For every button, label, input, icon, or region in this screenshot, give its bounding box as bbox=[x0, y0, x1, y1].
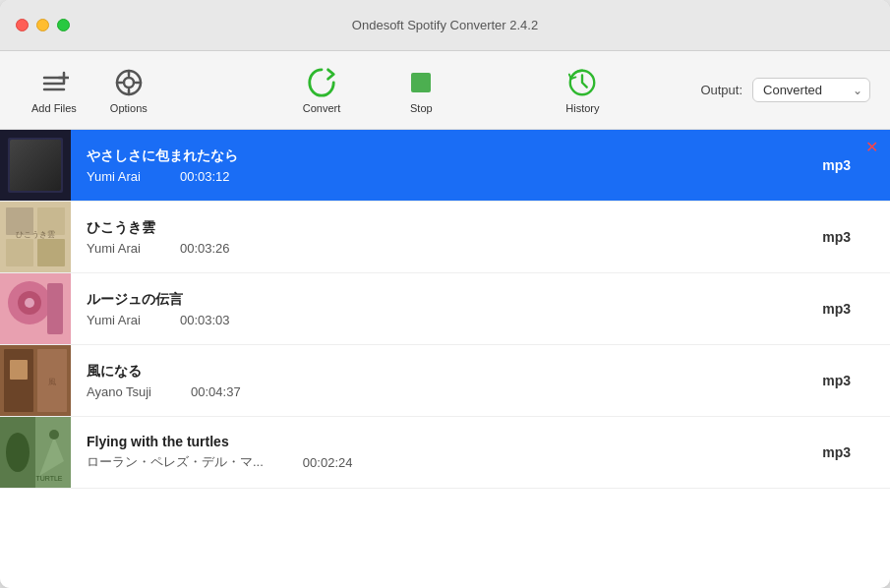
track-artist: ローラン・ペレズ・デル・マ... bbox=[87, 453, 264, 471]
track-format: mp3 bbox=[822, 373, 890, 388]
track-artist: Yumi Arai bbox=[87, 313, 141, 327]
track-duration: 00:03:03 bbox=[180, 313, 230, 327]
track-format: mp3 bbox=[822, 157, 890, 173]
track-format: mp3 bbox=[822, 444, 890, 460]
svg-point-37 bbox=[6, 433, 30, 472]
track-thumbnail: TURTLE bbox=[0, 417, 71, 488]
convert-button[interactable]: Convert bbox=[291, 61, 353, 120]
output-area: Output: Converted Downloads Desktop Cust… bbox=[700, 78, 870, 102]
track-duration: 00:02:24 bbox=[303, 455, 353, 470]
track-item[interactable]: TURTLE Flying with the turtles ローラン・ペレズ・… bbox=[0, 417, 890, 489]
svg-text:YUMI ARAI: YUMI ARAI bbox=[20, 152, 51, 158]
convert-label: Convert bbox=[303, 102, 341, 114]
track-duration: 00:03:12 bbox=[180, 169, 230, 184]
track-thumbnail: ひこうき雲 bbox=[0, 202, 71, 272]
track-info: Flying with the turtles ローラン・ペレズ・デル・マ...… bbox=[71, 426, 822, 479]
track-meta: Yumi Arai 00:03:26 bbox=[87, 241, 806, 256]
track-thumbnail: HIROMI YUMI ARAI bbox=[0, 130, 71, 201]
svg-rect-13 bbox=[0, 130, 71, 201]
track-thumbnail: 風 bbox=[0, 345, 71, 416]
track-duration: 00:04:37 bbox=[191, 384, 241, 399]
track-duration: 00:03:26 bbox=[180, 241, 230, 256]
track-remove-button[interactable]: ✕ bbox=[862, 138, 880, 155]
track-title: ひこうき雲 bbox=[87, 219, 806, 237]
svg-rect-29 bbox=[47, 283, 63, 334]
track-item[interactable]: ルージュの伝言 Yumi Arai 00:03:03 mp3 bbox=[0, 273, 890, 345]
svg-rect-31 bbox=[4, 349, 33, 412]
history-label: History bbox=[565, 102, 599, 114]
track-info: やさしさに包まれたなら Yumi Arai 00:03:12 bbox=[71, 140, 822, 192]
track-info: 風になる Ayano Tsuji 00:04:37 bbox=[71, 355, 822, 407]
convert-icon bbox=[306, 67, 337, 98]
add-files-button[interactable]: Add Files bbox=[20, 61, 89, 120]
add-files-icon bbox=[38, 67, 70, 98]
output-select[interactable]: Converted Downloads Desktop Custom... bbox=[752, 78, 870, 102]
track-format: mp3 bbox=[822, 301, 890, 317]
track-meta: ローラン・ペレズ・デル・マ... 00:02:24 bbox=[87, 453, 806, 471]
output-select-wrapper: Converted Downloads Desktop Custom... bbox=[752, 78, 870, 102]
track-meta: Ayano Tsuji 00:04:37 bbox=[87, 384, 806, 399]
close-button[interactable] bbox=[16, 19, 29, 31]
svg-text:TURTLE: TURTLE bbox=[35, 475, 62, 482]
stop-button[interactable]: Stop bbox=[391, 61, 450, 120]
track-title: Flying with the turtles bbox=[87, 434, 806, 449]
track-meta: Yumi Arai 00:03:12 bbox=[87, 169, 806, 184]
svg-rect-33 bbox=[10, 360, 28, 380]
svg-point-28 bbox=[25, 298, 34, 308]
options-icon bbox=[113, 67, 145, 98]
track-info: ルージュの伝言 Yumi Arai 00:03:03 bbox=[71, 283, 822, 335]
app-window: Ondesoft Spotify Converter 2.4.2 Add Fil… bbox=[0, 0, 890, 588]
track-title: やさしさに包まれたなら bbox=[87, 147, 806, 165]
svg-point-6 bbox=[124, 78, 134, 88]
toolbar: Add Files Options bbox=[0, 51, 890, 130]
options-label: Options bbox=[110, 102, 148, 114]
stop-icon bbox=[405, 67, 437, 98]
svg-point-15 bbox=[18, 147, 53, 183]
track-item[interactable]: ひこうき雲 ひこうき雲 Yumi Arai 00:03:26 mp3 bbox=[0, 202, 890, 273]
svg-rect-22 bbox=[6, 239, 33, 266]
history-button[interactable]: History bbox=[553, 61, 612, 120]
svg-rect-14 bbox=[8, 138, 63, 193]
svg-rect-11 bbox=[411, 73, 431, 92]
add-files-label: Add Files bbox=[31, 102, 77, 114]
svg-text:風: 風 bbox=[48, 378, 56, 386]
output-label: Output: bbox=[700, 83, 742, 97]
track-artist: Ayano Tsuji bbox=[87, 384, 151, 399]
maximize-button[interactable] bbox=[57, 19, 70, 31]
svg-point-16 bbox=[28, 157, 43, 173]
svg-text:HIROMI: HIROMI bbox=[23, 144, 48, 151]
minimize-button[interactable] bbox=[36, 19, 49, 31]
traffic-lights bbox=[16, 19, 70, 31]
track-artist: Yumi Arai bbox=[87, 169, 141, 184]
track-list: HIROMI YUMI ARAI やさしさに包まれたなら Yumi Arai 0… bbox=[0, 130, 890, 588]
track-info: ひこうき雲 Yumi Arai 00:03:26 bbox=[71, 211, 822, 264]
track-item[interactable]: 風 風になる Ayano Tsuji 00:04:37 mp3 bbox=[0, 345, 890, 417]
window-title: Ondesoft Spotify Converter 2.4.2 bbox=[352, 18, 538, 32]
svg-text:ひこうき雲: ひこうき雲 bbox=[16, 230, 55, 239]
track-format: mp3 bbox=[822, 229, 890, 245]
history-icon bbox=[566, 67, 598, 98]
track-meta: Yumi Arai 00:03:03 bbox=[87, 313, 806, 327]
svg-rect-23 bbox=[37, 239, 65, 266]
track-artist: Yumi Arai bbox=[87, 241, 141, 256]
title-bar: Ondesoft Spotify Converter 2.4.2 bbox=[0, 0, 890, 51]
stop-label: Stop bbox=[410, 102, 433, 114]
track-item[interactable]: HIROMI YUMI ARAI やさしさに包まれたなら Yumi Arai 0… bbox=[0, 130, 890, 202]
track-title: ルージュの伝言 bbox=[87, 291, 806, 309]
options-button[interactable]: Options bbox=[98, 61, 159, 120]
track-title: 風になる bbox=[87, 363, 806, 381]
track-thumbnail bbox=[0, 273, 71, 344]
svg-point-38 bbox=[49, 430, 59, 440]
